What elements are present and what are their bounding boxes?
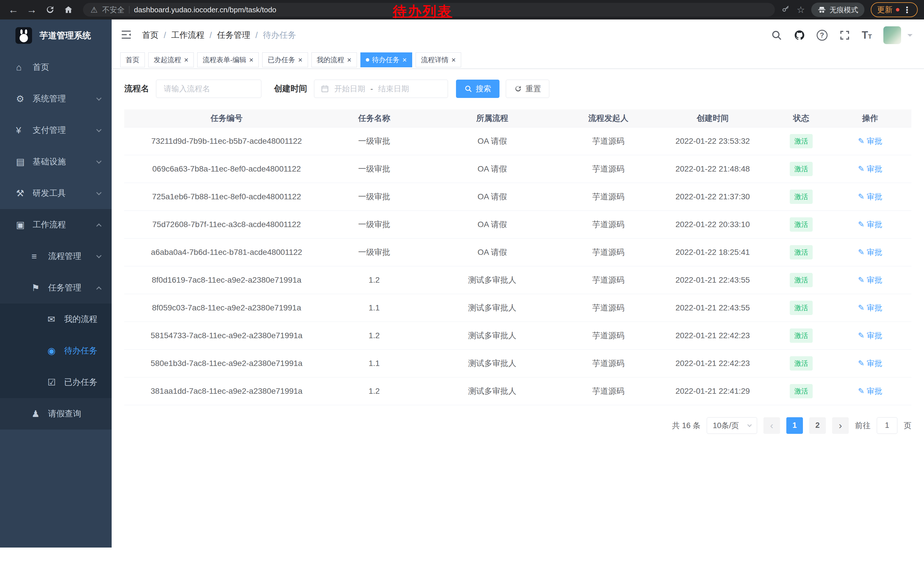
tab-todo-tasks[interactable]: 待办任务 × [360,53,412,67]
process-cell: OA 请假 [419,238,565,266]
edit-icon: ✎ [858,359,864,368]
page-number-button-2[interactable]: 2 [809,417,826,434]
search-icon[interactable] [771,30,782,41]
approve-link[interactable]: ✎审批 [858,164,882,174]
annotation-todo-list: 待办列表 [393,2,452,21]
sidebar-item-done-tasks[interactable]: ☑ 已办任务 [0,366,112,398]
action-cell: ✎审批 [829,238,911,266]
sidebar-item-infrastructure[interactable]: ▤ 基础设施 [0,146,112,177]
help-icon[interactable]: ? [817,30,828,41]
chevron-up-icon [96,286,101,291]
chevron-up-icon [96,224,101,228]
tab-start-process[interactable]: 发起流程 × [148,53,194,67]
task-name-cell: 1.1 [329,294,419,321]
browser-back-icon[interactable]: ← [5,2,22,17]
browser-home-icon[interactable] [60,2,77,17]
close-icon[interactable]: × [402,56,407,63]
table-row: 8f059c03-7ac8-11ec-a9e2-a2380e71991a 1.1… [124,294,911,321]
approve-link[interactable]: ✎审批 [858,247,882,257]
sidebar-item-my-processes[interactable]: ✉ 我的流程 [0,303,112,335]
avatar-caret-icon[interactable] [908,34,912,39]
sidebar-item-task-mgmt[interactable]: ⚑ 任务管理 [0,272,112,303]
tab-form-edit[interactable]: 流程表单-编辑 × [197,53,259,67]
font-size-icon[interactable]: TT [862,29,872,41]
process-name-input[interactable] [156,80,261,98]
page-number-button-1[interactable]: 1 [786,417,803,434]
status-cell: 激活 [774,349,829,377]
prev-page-button[interactable]: ‹ [764,417,780,434]
filter-form: 流程名 创建时间 开始日期 - 结束日期 搜索 重置 [124,80,911,98]
approve-link[interactable]: ✎审批 [858,386,882,396]
tab-process-detail[interactable]: 流程详情 × [416,53,461,67]
tab-my-processes[interactable]: 我的流程 × [311,53,357,67]
fullscreen-icon[interactable] [839,30,850,41]
tab-done-tasks[interactable]: 已办任务 × [262,53,308,67]
workflow-icon: ▣ [16,219,33,230]
close-icon[interactable]: × [452,56,456,63]
goto-page-input[interactable] [877,417,897,434]
approve-link[interactable]: ✎审批 [858,358,882,369]
approve-link[interactable]: ✎审批 [858,275,882,285]
status-badge: 激活 [790,245,813,260]
close-icon[interactable]: × [347,56,351,63]
sidebar-item-process-mgmt[interactable]: ≡ 流程管理 [0,240,112,272]
next-page-button[interactable]: › [832,417,849,434]
task-name-cell: 1.1 [329,349,419,377]
breadcrumb-item[interactable]: 首页 [142,30,159,41]
message-icon: ✉ [48,314,64,325]
browser-forward-icon[interactable]: → [24,2,40,17]
breadcrumb-item[interactable]: 工作流程 [171,30,204,41]
approve-link[interactable]: ✎审批 [858,330,882,341]
password-key-icon[interactable] [781,5,790,15]
start-date-placeholder[interactable]: 开始日期 [334,84,365,94]
logo-row[interactable]: 芋道管理系统 [0,20,112,51]
page-content: 流程名 创建时间 开始日期 - 结束日期 搜索 重置 [112,69,924,548]
sidebar-item-payment[interactable]: ¥ 支付管理 [0,114,112,146]
github-icon[interactable] [794,30,805,41]
flag-icon: ⚑ [32,282,48,293]
search-button[interactable]: 搜索 [456,80,500,98]
search-button-icon [464,85,472,93]
menu-label: 系统管理 [33,93,66,105]
reset-button[interactable]: 重置 [506,80,549,98]
logo-avatar [15,27,32,44]
col-create-time: 创建时间 [652,110,774,127]
end-date-placeholder[interactable]: 结束日期 [378,84,409,94]
sidebar-item-workflow[interactable]: ▣ 工作流程 [0,209,112,240]
sidebar-item-leave-query[interactable]: ♟ 请假查询 [0,398,112,429]
sidebar-item-todo-tasks[interactable]: ◉ 待办任务 [0,335,112,366]
menu-label: 工作流程 [33,219,66,231]
sidebar-item-home[interactable]: ⌂ 首页 [0,51,112,83]
url-text[interactable]: dashboard.yudao.iocoder.cn/bpm/task/todo [134,6,276,14]
bookmark-star-icon[interactable]: ☆ [796,4,805,15]
menu-label: 已办任务 [64,377,98,388]
close-icon[interactable]: × [184,56,188,63]
starter-cell: 芋道源码 [565,294,652,321]
browser-refresh-icon[interactable] [42,2,58,17]
close-icon[interactable]: × [298,56,302,63]
browser-menu-icon[interactable]: ⋮ [903,5,911,15]
security-label[interactable]: 不安全 [102,5,124,15]
approve-label: 审批 [867,247,882,257]
approve-link[interactable]: ✎审批 [858,303,882,313]
approve-link[interactable]: ✎审批 [858,219,882,230]
approve-link[interactable]: ✎审批 [858,192,882,202]
table-row: 8f0d1619-7ac8-11ec-a9e2-a2380e71991a 1.2… [124,266,911,294]
close-icon[interactable]: × [249,56,254,63]
sidebar-item-dev-tools[interactable]: ⚒ 研发工具 [0,177,112,209]
collapse-sidebar-icon[interactable] [120,29,132,42]
create-time-range-picker[interactable]: 开始日期 - 结束日期 [314,80,448,98]
sidebar-item-system[interactable]: ⚙ 系统管理 [0,83,112,114]
process-cell: 测试多审批人 [419,377,565,405]
create-time-cell: 2022-01-21 22:42:23 [652,321,774,349]
action-cell: ✎审批 [829,266,911,294]
breadcrumb-item[interactable]: 任务管理 [217,30,250,41]
task-id-cell: 381aa1dd-7ac8-11ec-a9e2-a2380e71991a [124,377,329,405]
approve-link[interactable]: ✎审批 [858,136,882,146]
avatar[interactable] [884,26,901,44]
page-size-select[interactable]: 10条/页 [707,417,757,434]
tab-home[interactable]: 首页 [120,53,145,67]
sidebar-menu: ⌂ 首页 ⚙ 系统管理 ¥ 支付管理 ▤ 基础设施 ⚒ 研发工具 ▣ 工作流程 … [0,51,112,429]
task-id-cell: 725a1eb6-7b88-11ec-8ef0-acde48001122 [124,183,329,210]
browser-update-button[interactable]: 更新 ⋮ [871,2,918,17]
